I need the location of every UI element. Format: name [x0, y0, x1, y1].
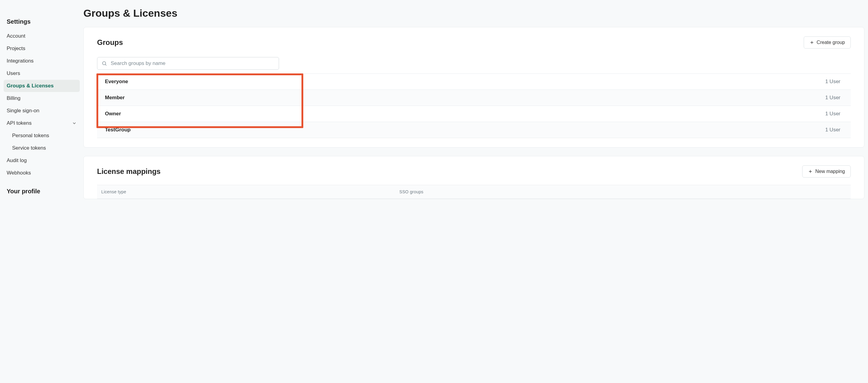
sidebar-item-integrations[interactable]: Integrations	[4, 55, 80, 67]
sidebar-item-audit-log[interactable]: Audit log	[4, 154, 80, 167]
sidebar-item-account[interactable]: Account	[4, 30, 80, 42]
mappings-table-header: License type SSO groups	[97, 185, 851, 199]
groups-list: Everyone 1 User Member 1 User Owner 1 Us…	[97, 73, 851, 138]
license-mappings-card: License mappings New mapping License typ…	[84, 156, 864, 199]
mappings-card-title: License mappings	[97, 167, 160, 176]
sidebar-item-billing[interactable]: Billing	[4, 92, 80, 105]
plus-icon	[808, 169, 813, 174]
sidebar-item-service-tokens[interactable]: Service tokens	[4, 142, 80, 154]
group-name: TestGroup	[105, 127, 131, 133]
sidebar-item-api-tokens[interactable]: API tokens	[4, 117, 80, 129]
search-icon	[102, 61, 107, 66]
sidebar-heading-settings: Settings	[4, 18, 80, 30]
sidebar-item-label: API tokens	[7, 120, 32, 126]
plus-icon	[809, 40, 814, 45]
sidebar-item-personal-tokens[interactable]: Personal tokens	[4, 129, 80, 142]
new-mapping-button[interactable]: New mapping	[802, 166, 851, 178]
search-groups-input[interactable]	[111, 60, 275, 66]
sidebar-heading-profile: Your profile	[4, 179, 80, 200]
group-user-count: 1 User	[673, 127, 843, 133]
groups-card: Groups Create group Everyone 1 User	[84, 27, 864, 147]
group-row-testgroup[interactable]: TestGroup 1 User	[97, 122, 851, 138]
svg-line-3	[105, 64, 106, 65]
group-row-member[interactable]: Member 1 User	[97, 90, 851, 106]
create-group-button[interactable]: Create group	[804, 36, 851, 49]
sidebar: Settings Account Projects Integrations U…	[0, 0, 84, 383]
group-user-count: 1 User	[673, 79, 843, 85]
group-row-everyone[interactable]: Everyone 1 User	[97, 73, 851, 90]
sidebar-item-groups-licenses[interactable]: Groups & Licenses	[4, 80, 80, 92]
group-user-count: 1 User	[673, 95, 843, 101]
chevron-down-icon	[72, 121, 77, 126]
column-sso-groups: SSO groups	[399, 189, 846, 194]
sidebar-item-webhooks[interactable]: Webhooks	[4, 167, 80, 179]
new-mapping-button-label: New mapping	[815, 169, 845, 174]
groups-card-title: Groups	[97, 38, 123, 47]
sidebar-item-sso[interactable]: Single sign-on	[4, 105, 80, 117]
group-name: Member	[105, 95, 125, 101]
group-user-count: 1 User	[673, 111, 843, 117]
svg-point-2	[102, 62, 106, 65]
search-groups-box[interactable]	[97, 57, 279, 70]
group-row-owner[interactable]: Owner 1 User	[97, 106, 851, 122]
group-name: Everyone	[105, 79, 128, 85]
sidebar-item-projects[interactable]: Projects	[4, 42, 80, 55]
column-license-type: License type	[101, 189, 399, 194]
create-group-button-label: Create group	[817, 40, 845, 45]
page-title: Groups & Licenses	[84, 7, 868, 27]
main-content: Groups & Licenses Groups Create group	[84, 0, 868, 383]
group-name: Owner	[105, 111, 121, 117]
sidebar-item-users[interactable]: Users	[4, 67, 80, 80]
